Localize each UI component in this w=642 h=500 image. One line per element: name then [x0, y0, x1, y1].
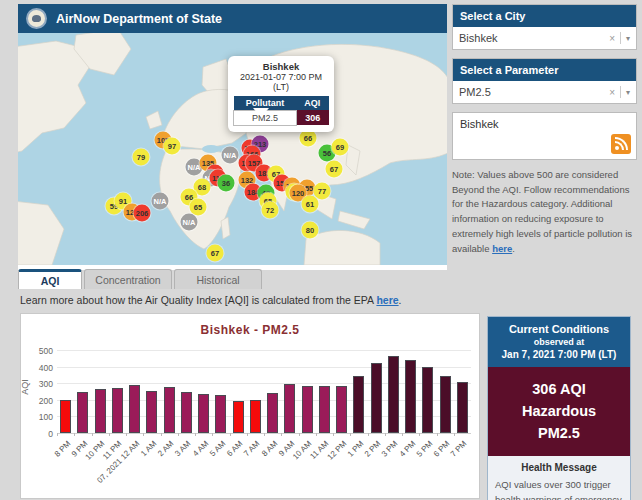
city-select-value: Bishkek: [459, 32, 604, 44]
map-marker[interactable]: 80: [302, 222, 319, 239]
x-axis-tick: [230, 433, 231, 436]
popup-arrow: [253, 108, 269, 117]
map-marker[interactable]: 79: [133, 149, 150, 166]
aqi-bar[interactable]: [422, 367, 433, 433]
epa-link[interactable]: here: [376, 294, 398, 306]
cc-aqi-block: 306 AQI Hazardous PM2.5: [488, 367, 630, 456]
chevron-down-icon[interactable]: ▾: [621, 88, 630, 97]
map-marker[interactable]: 77: [314, 183, 331, 200]
x-axis-tick: [109, 433, 110, 436]
tab-concentration[interactable]: Concentration: [84, 269, 172, 289]
aqi-bar[interactable]: [353, 376, 364, 433]
map-marker[interactable]: 61: [302, 196, 319, 213]
map-marker[interactable]: 65: [190, 199, 207, 216]
popup-table: Pollutant AQI PM2.5 306: [233, 96, 329, 126]
map-marker[interactable]: 69: [332, 139, 349, 156]
tab-aqi[interactable]: AQI: [18, 269, 82, 289]
chart-plot-area: 01002003004005008 PM9 PM10 PM11 PM07, 20…: [57, 350, 471, 433]
state-department-seal-icon: [26, 8, 47, 29]
y-axis-tick: 0: [23, 429, 53, 439]
cc-aqi-value: 306 AQI: [492, 379, 626, 401]
x-axis-tick: [57, 433, 58, 436]
note-here-link[interactable]: here: [492, 243, 512, 254]
x-axis-tick: [316, 433, 317, 436]
map-marker[interactable]: 72: [262, 202, 279, 219]
app-header: AirNow Department of State: [18, 4, 447, 33]
learn-more-text: Learn more about how the Air Quality Ind…: [20, 294, 402, 306]
aqi-bar[interactable]: [233, 401, 244, 433]
x-axis-tick: [281, 433, 282, 436]
x-axis-tick: [212, 433, 213, 436]
y-axis-tick: 200: [23, 396, 53, 406]
parameter-clear-icon[interactable]: ×: [604, 87, 620, 98]
cc-health-title: Health Message: [495, 462, 623, 473]
x-axis-tick: [195, 433, 196, 436]
aqi-bar[interactable]: [319, 386, 330, 433]
map-marker[interactable]: 36: [218, 175, 235, 192]
y-axis-tick: 400: [23, 363, 53, 373]
cc-aqi-parameter: PM2.5: [492, 423, 626, 445]
tab-historical[interactable]: Historical: [174, 269, 262, 289]
aqi-bar[interactable]: [284, 384, 295, 433]
select-parameter-box: Select a Parameter PM2.5 × ▾: [452, 58, 637, 104]
aqi-bar[interactable]: [440, 376, 451, 433]
aqi-bar[interactable]: [267, 393, 278, 433]
gridline: [57, 350, 471, 351]
parameter-select-value: PM2.5: [459, 86, 604, 98]
aqi-bar[interactable]: [112, 388, 123, 433]
y-axis-tick: 500: [23, 346, 53, 356]
aqi-bar-chart: Bishkek - PM2.5 AQI 01002003004005008 PM…: [20, 313, 480, 499]
map-marker[interactable]: N/A: [152, 193, 169, 210]
aqi-bar[interactable]: [129, 385, 140, 433]
x-axis-tick: [92, 433, 93, 436]
aqi-bar[interactable]: [181, 392, 192, 433]
x-axis-tick: [419, 433, 420, 436]
parameter-select[interactable]: PM2.5 × ▾: [453, 81, 636, 103]
x-axis-tick: [385, 433, 386, 436]
x-axis-tick: [178, 433, 179, 436]
popup-datetime-tz: (LT): [232, 82, 330, 92]
x-axis-tick: [333, 433, 334, 436]
x-axis-tick: [299, 433, 300, 436]
chevron-down-icon[interactable]: ▾: [621, 34, 630, 43]
chart-title: Bishkek - PM2.5: [21, 323, 479, 337]
city-clear-icon[interactable]: ×: [604, 33, 620, 44]
city-select[interactable]: Bishkek × ▾: [453, 27, 636, 49]
aqi-bar[interactable]: [405, 360, 416, 433]
map-marker[interactable]: 97: [164, 138, 181, 155]
cc-datetime: Jan 7, 2021 7:00 PM (LT): [492, 349, 626, 360]
aqi-bar[interactable]: [95, 389, 106, 433]
y-axis-tick: 100: [23, 412, 53, 422]
aqi-bar[interactable]: [60, 400, 71, 433]
select-parameter-header: Select a Parameter: [453, 59, 636, 81]
aqi-bar[interactable]: [336, 386, 347, 433]
map-marker[interactable]: N/A: [181, 214, 198, 231]
feed-box: Bishkek: [452, 112, 637, 160]
aqi-bar[interactable]: [77, 392, 88, 433]
aqi-bar[interactable]: [371, 363, 382, 433]
aqi-bar[interactable]: [388, 356, 399, 433]
rss-feed-icon[interactable]: [611, 134, 631, 154]
cc-aqi-category: Hazardous: [492, 401, 626, 423]
aqi-bar[interactable]: [215, 395, 226, 433]
map-marker[interactable]: N/A: [222, 147, 239, 164]
map-marker[interactable]: 67: [326, 161, 343, 178]
x-axis-tick: [350, 433, 351, 436]
x-axis-tick: [368, 433, 369, 436]
popup-datetime: 2021-01-07 7:00 PM: [232, 72, 330, 82]
aqi-bar[interactable]: [250, 400, 261, 433]
x-axis-tick: [74, 433, 75, 436]
aqi-bar[interactable]: [457, 382, 468, 433]
aqi-bar[interactable]: [198, 394, 209, 433]
aqi-bar[interactable]: [146, 391, 157, 433]
map-marker[interactable]: 66: [300, 130, 317, 147]
map-marker[interactable]: 67: [207, 245, 224, 262]
x-axis-tick: [161, 433, 162, 436]
map-popup: Bishkek 2021-01-07 7:00 PM (LT) Pollutan…: [228, 56, 334, 132]
aqi-bar[interactable]: [164, 387, 175, 433]
note-text: Note: Values above 500 are considered Be…: [452, 169, 632, 254]
aqi-bar[interactable]: [302, 386, 313, 433]
x-axis-tick: [402, 433, 403, 436]
world-aqi-map[interactable]: 1059779N/A135153N/AN/A11236686665N/AN/A6…: [18, 33, 447, 265]
map-marker[interactable]: 206: [134, 205, 151, 222]
